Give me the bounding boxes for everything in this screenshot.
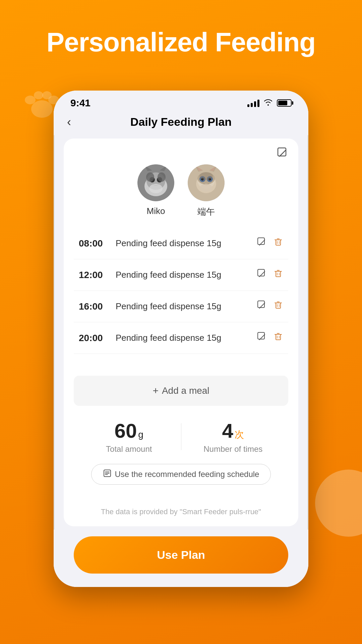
recommend-section: Use the recommended feeding schedule (64, 464, 298, 501)
use-plan-label: Use Plan (157, 548, 205, 561)
svg-point-15 (158, 172, 166, 182)
meal-edit-icon-3[interactable] (257, 332, 267, 344)
meal-time-2: 16:00 (79, 301, 116, 312)
meal-actions-3 (257, 332, 283, 344)
recommend-label: Use the recommended feeding schedule (115, 470, 259, 479)
meal-item-3: 20:00 Pending feed dispense 15g (74, 322, 288, 354)
pet-item-miko[interactable]: Miko (137, 164, 174, 218)
status-bar: 9:41 (54, 91, 308, 112)
recommend-icon (103, 469, 112, 480)
stats-row: 60 g Total amount 4 次 Number of times (64, 409, 298, 464)
signal-bars-icon (247, 99, 259, 107)
meal-item-0: 08:00 Pending feed dispense 15g (74, 228, 288, 259)
use-plan-button[interactable]: Use Plan (74, 536, 288, 574)
meal-desc-1: Pending feed dispense 15g (116, 270, 257, 280)
meal-time-3: 20:00 (79, 333, 116, 343)
meal-delete-icon-2[interactable] (273, 300, 283, 313)
svg-point-0 (31, 100, 53, 118)
svg-rect-5 (278, 148, 286, 156)
add-meal-label: Add a meal (162, 385, 209, 396)
meal-desc-3: Pending feed dispense 15g (116, 333, 257, 343)
nav-bar: ‹ Daily Feeding Plan (54, 112, 308, 135)
meal-actions-1 (257, 269, 283, 281)
svg-point-13 (149, 184, 163, 193)
stat-times-number: 4 (222, 419, 233, 442)
meal-delete-icon-1[interactable] (273, 269, 283, 281)
stat-times-unit: 次 (235, 428, 244, 441)
meal-item-1: 12:00 Pending feed dispense 15g (74, 259, 288, 291)
svg-rect-33 (276, 240, 281, 245)
recommend-schedule-button[interactable]: Use the recommended feeding schedule (91, 464, 271, 485)
stat-times: 4 次 Number of times (181, 419, 285, 454)
back-button[interactable]: ‹ (67, 115, 71, 129)
svg-point-2 (34, 91, 43, 99)
add-meal-button[interactable]: + Add a meal (74, 376, 288, 406)
pet-name-duanwu: 端午 (197, 206, 215, 218)
meal-delete-icon-0[interactable] (273, 237, 283, 250)
status-time: 9:41 (70, 97, 90, 109)
pet-name-miko: Miko (147, 206, 165, 216)
use-plan-container: Use Plan (54, 530, 308, 587)
battery-icon (277, 99, 292, 107)
meal-desc-0: Pending feed dispense 15g (116, 238, 257, 249)
svg-rect-45 (276, 303, 281, 308)
stat-times-label: Number of times (203, 444, 262, 454)
meal-list: 08:00 Pending feed dispense 15g (64, 228, 298, 372)
pet-avatars-row: Miko (64, 161, 298, 228)
add-meal-plus-icon: + (153, 385, 159, 396)
pet-item-duanwu[interactable]: 端午 (188, 164, 225, 218)
provider-text: The data is provided by "Smart Feeder pu… (101, 507, 261, 516)
svg-point-1 (25, 96, 36, 104)
main-card: Miko (64, 139, 298, 526)
meal-time-1: 12:00 (79, 270, 116, 280)
edit-icon[interactable] (277, 147, 288, 161)
stat-total-amount: 60 g Total amount (77, 419, 181, 454)
phone-mockup: 9:41 ‹ Daily Feeding Plan (54, 91, 308, 587)
meal-actions-2 (257, 300, 283, 313)
svg-rect-51 (276, 334, 281, 340)
meal-actions-0 (257, 237, 283, 250)
meal-desc-2: Pending feed dispense 15g (116, 301, 257, 312)
wifi-icon (263, 98, 273, 108)
stat-total-label: Total amount (106, 444, 152, 454)
meal-time-0: 08:00 (79, 238, 116, 249)
svg-point-14 (146, 172, 154, 182)
stat-total-unit: g (138, 429, 143, 440)
pet-section-top (64, 139, 298, 161)
page-title: Personalized Feeding (0, 0, 362, 58)
pet-avatar-miko (137, 164, 174, 201)
pet-avatars: Miko (77, 161, 285, 224)
pet-avatar-duanwu (188, 164, 225, 201)
meal-item-2: 16:00 Pending feed dispense 15g (74, 291, 288, 322)
meal-delete-icon-3[interactable] (273, 332, 283, 344)
meal-edit-icon-2[interactable] (257, 300, 267, 313)
meal-edit-icon-1[interactable] (257, 269, 267, 281)
svg-rect-39 (276, 271, 281, 277)
glow-decoration (315, 470, 362, 537)
nav-title: Daily Feeding Plan (130, 115, 232, 128)
meal-edit-icon-0[interactable] (257, 237, 267, 250)
svg-point-27 (199, 172, 213, 180)
provider-info: The data is provided by "Smart Feeder pu… (64, 501, 298, 526)
svg-point-26 (200, 184, 212, 192)
stat-total-number: 60 (115, 419, 137, 442)
status-icons (247, 98, 292, 108)
